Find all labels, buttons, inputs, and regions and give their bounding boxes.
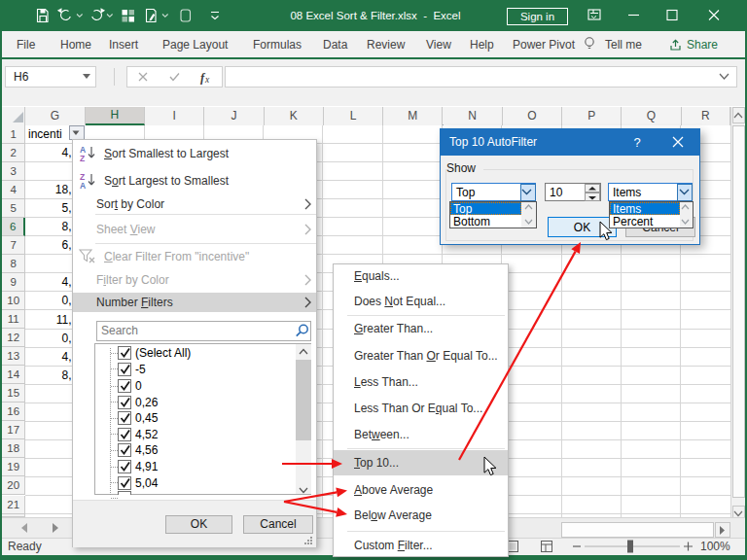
svg-text:A: A [80, 181, 86, 191]
svg-text:x: x [204, 75, 210, 85]
svg-text:Z: Z [80, 154, 85, 163]
